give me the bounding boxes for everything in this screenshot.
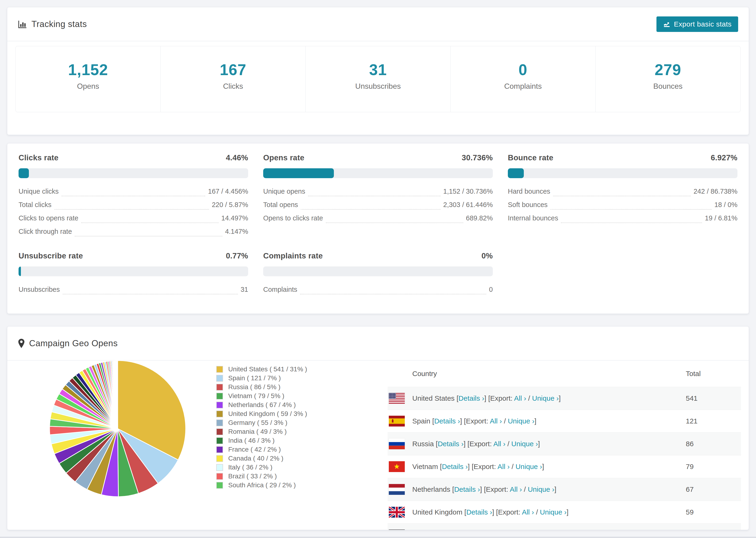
tracking-stats-title: Tracking stats (18, 19, 87, 29)
dotted-leader (553, 196, 691, 196)
tracking-stats-header: Tracking stats Export basic stats (7, 7, 749, 41)
rate-item: Total clicks220 / 5.87% (19, 201, 248, 214)
rate-panel-clicks-rate: Clicks rate4.46%Unique clicks167 / 4.456… (19, 153, 248, 241)
pie-slice (117, 360, 118, 429)
legend-swatch (216, 437, 223, 444)
legend-label: France ( 42 / 2% ) (228, 446, 281, 453)
legend-item-vietnam: Vietnam ( 79 / 5% ) (216, 392, 307, 401)
export-all-link[interactable]: All › (522, 508, 534, 516)
dotted-leader (326, 223, 463, 223)
export-unique-link[interactable]: Unique › (528, 485, 554, 493)
export-all-link[interactable]: All › (498, 463, 510, 470)
dotted-leader (308, 196, 441, 196)
rate-item: Internal bounces19 / 6.81% (508, 214, 737, 228)
rate-item-label: Hard bounces (508, 188, 550, 195)
legend-item-canada: Canada ( 40 / 2% ) (216, 454, 307, 463)
dotted-leader (62, 196, 205, 196)
rate-item-value: 167 / 4.456% (208, 188, 248, 195)
export-prefix: Export: (490, 394, 513, 402)
dotted-leader (561, 223, 702, 223)
details-link[interactable]: Details › (454, 485, 480, 493)
summary-stats-box: 1,152Opens167Clicks31Unsubscribes0Compla… (16, 46, 740, 112)
country-cell: Germany [Details ›] [Export: All › / Uni… (388, 529, 686, 530)
export-all-link[interactable]: All › (514, 394, 526, 402)
export-basic-stats-button[interactable]: Export basic stats (657, 17, 738, 32)
details-link[interactable]: Details › (438, 440, 463, 448)
stat-cell-bounces: 279Bounces (595, 46, 740, 112)
rate-title: Clicks rate (19, 153, 58, 162)
stat-value: 1,152 (16, 61, 160, 79)
export-all-link[interactable]: All › (510, 485, 522, 493)
legend-item-south-africa: South Africa ( 29 / 2% ) (216, 481, 307, 490)
export-unique-link[interactable]: Unique › (532, 394, 559, 402)
rate-title: Bounce rate (508, 153, 553, 162)
geo-table: Country Total United States [Details ›] … (388, 360, 741, 530)
export-unique-link[interactable]: Unique › (515, 463, 542, 470)
geo-opens-body: United States ( 541 / 31% )Spain ( 121 /… (7, 360, 749, 530)
table-row-ru: Russia [Details ›] [Export: All › / Uniq… (388, 432, 741, 455)
stat-value: 0 (451, 61, 595, 79)
legend-label: Vietnam ( 79 / 5% ) (228, 392, 284, 400)
legend-label: Spain ( 121 / 7% ) (228, 374, 281, 382)
geo-opens-header: Campaign Geo Opens (7, 327, 749, 360)
details-link[interactable]: Details › (459, 394, 484, 402)
country-name: Vietnam (412, 463, 438, 470)
stat-value: 31 (306, 61, 450, 79)
flag-de-icon (389, 529, 405, 530)
geo-table-header: Country Total (388, 360, 741, 387)
table-row-gb: United Kingdom [Details ›] [Export: All … (388, 501, 741, 523)
rate-value: 30.736% (462, 153, 493, 162)
legend-item-italy: Italy ( 36 / 2% ) (216, 463, 307, 472)
flag-nl-icon (389, 484, 405, 495)
stat-label: Opens (16, 82, 160, 91)
rate-item: Complaints0 (263, 286, 493, 299)
legend-swatch (216, 419, 223, 426)
stat-label: Clicks (161, 82, 305, 91)
map-pin-icon (18, 339, 25, 348)
rate-item-value: 14.497% (221, 214, 248, 222)
rate-progress-bar (508, 168, 737, 178)
rate-item-value: 220 / 5.87% (212, 201, 248, 209)
rate-item: Hard bounces242 / 86.738% (508, 188, 737, 201)
legend-item-france: France ( 42 / 2% ) (216, 445, 307, 454)
rate-item-value: 0 (489, 286, 493, 294)
export-all-link[interactable]: All › (493, 440, 506, 448)
export-unique-link[interactable]: Unique › (540, 508, 567, 516)
legend-label: Germany ( 55 / 3% ) (228, 419, 287, 426)
rate-item-label: Unsubscribes (19, 286, 60, 294)
total-cell: 121 (686, 417, 741, 425)
rate-item-label: Opens to clicks rate (263, 214, 323, 222)
country-cell: United Kingdom [Details ›] [Export: All … (388, 507, 686, 517)
details-link[interactable]: Details › (434, 417, 460, 425)
total-cell: 59 (686, 508, 741, 516)
country-name: Russia (412, 440, 434, 448)
legend-item-netherlands: Netherlands ( 67 / 4% ) (216, 401, 307, 409)
rate-item: Unique clicks167 / 4.456% (19, 188, 248, 201)
page: Tracking stats Export basic stats 1,152O… (0, 7, 756, 538)
total-cell: 79 (686, 463, 741, 471)
rates-grid: Clicks rate4.46%Unique clicks167 / 4.456… (7, 143, 749, 308)
legend-item-united-states: United States ( 541 / 31% ) (216, 365, 307, 374)
legend-item-united-kingdom: United Kingdom ( 59 / 3% ) (216, 409, 307, 418)
country-cell: Netherlands [Details ›] [Export: All › /… (388, 484, 686, 495)
export-prefix: Export: (473, 463, 496, 470)
rate-item-label: Clicks to opens rate (19, 214, 79, 222)
table-row-nl: Netherlands [Details ›] [Export: All › /… (388, 478, 741, 501)
rate-item-label: Total clicks (19, 201, 51, 209)
legend-label: Netherlands ( 67 / 4% ) (228, 401, 296, 409)
rate-item-label: Total opens (263, 201, 298, 209)
rate-item: Unique opens1,152 / 30.736% (263, 188, 493, 201)
export-unique-link[interactable]: Unique › (508, 417, 534, 425)
flag-ru-icon (389, 439, 405, 449)
details-link[interactable]: Details › (466, 508, 492, 516)
stat-cell-opens: 1,152Opens (16, 46, 160, 112)
legend-swatch (216, 393, 223, 400)
total-column-header: Total (686, 370, 741, 378)
legend-label: Russia ( 86 / 5% ) (228, 383, 281, 391)
export-unique-link[interactable]: Unique › (512, 440, 538, 448)
export-all-link[interactable]: All › (490, 417, 502, 425)
legend-swatch (216, 482, 223, 489)
details-link[interactable]: Details › (442, 463, 468, 470)
rate-value: 6.927% (711, 153, 737, 162)
legend-label: Italy ( 36 / 2% ) (228, 463, 272, 471)
